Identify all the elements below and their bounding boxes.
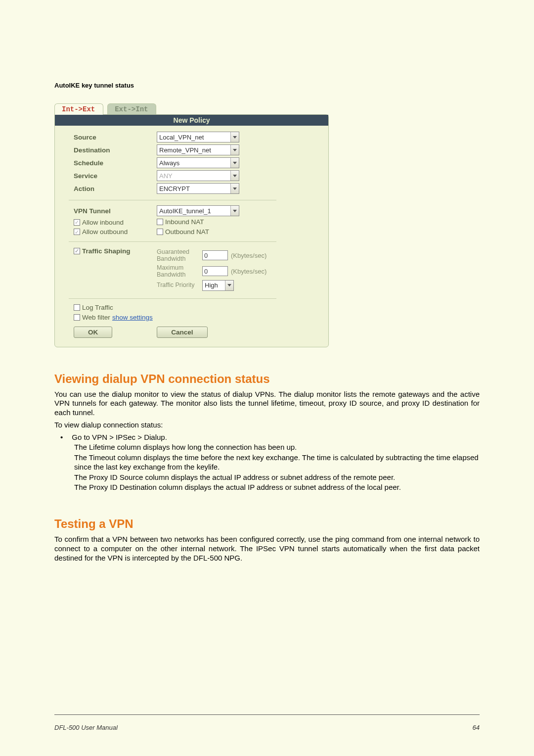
guaranteed-bw-input[interactable] bbox=[202, 250, 228, 260]
maximum-bw-label: Maximum Bandwidth bbox=[157, 264, 202, 279]
source-select-value: Local_VPN_net bbox=[159, 134, 204, 141]
destination-select-value: Remote_VPN_net bbox=[159, 146, 211, 154]
log-traffic-label: Log Traffic bbox=[82, 304, 113, 311]
dropdown-arrow-icon bbox=[230, 158, 239, 168]
destination-select[interactable]: Remote_VPN_net bbox=[157, 144, 239, 155]
paragraph: You can use the dialup monitor to view t… bbox=[54, 390, 480, 418]
traffic-priority-select[interactable]: High bbox=[202, 280, 234, 291]
guaranteed-bw-label: Guaranteed Bandwidth bbox=[157, 248, 202, 263]
maximum-bw-input[interactable] bbox=[202, 266, 228, 276]
outbound-nat-label: Outbound NAT bbox=[165, 228, 209, 236]
dropdown-arrow-icon bbox=[230, 145, 239, 155]
tab-int-ext[interactable]: Int->Ext bbox=[54, 103, 103, 115]
page-footer: DFL-500 User Manual 64 bbox=[54, 714, 480, 731]
destination-label: Destination bbox=[74, 146, 157, 154]
dropdown-arrow-icon bbox=[225, 281, 233, 290]
vpn-tunnel-select-value: AutoIKE_tunnel_1 bbox=[159, 207, 211, 215]
inbound-nat-label: Inbound NAT bbox=[165, 218, 204, 226]
source-label: Source bbox=[74, 134, 157, 141]
list-item: Go to VPN > IPSec > Dialup. bbox=[74, 433, 480, 442]
heading-viewing-dialup: Viewing dialup VPN connection status bbox=[54, 372, 480, 386]
schedule-select[interactable]: Always bbox=[157, 157, 239, 168]
traffic-shaping-label: Traffic Shaping bbox=[82, 247, 131, 255]
web-filter-label: Web filter bbox=[82, 314, 110, 321]
outbound-nat-checkbox[interactable]: Outbound NAT bbox=[157, 228, 209, 236]
ok-button[interactable]: OK bbox=[74, 327, 112, 338]
service-label: Service bbox=[74, 172, 157, 180]
figure-caption: AutoIKE key tunnel status bbox=[54, 82, 480, 89]
tab-ext-int[interactable]: Ext->Int bbox=[107, 103, 156, 115]
dropdown-arrow-icon bbox=[230, 132, 239, 142]
inbound-nat-checkbox[interactable]: Inbound NAT bbox=[157, 218, 204, 226]
dropdown-arrow-icon bbox=[230, 184, 239, 193]
sub-line: The Timeout column displays the time bef… bbox=[74, 453, 480, 472]
bw-unit: (Kbytes/sec) bbox=[231, 252, 267, 259]
bw-unit: (Kbytes/sec) bbox=[231, 268, 267, 275]
action-label: Action bbox=[74, 185, 157, 192]
sub-line: The Lifetime column displays how long th… bbox=[74, 443, 480, 452]
source-select[interactable]: Local_VPN_net bbox=[157, 132, 239, 142]
service-select[interactable]: ANY bbox=[157, 170, 239, 181]
service-select-value: ANY bbox=[159, 172, 173, 180]
action-select-value: ENCRYPT bbox=[159, 185, 190, 192]
action-select[interactable]: ENCRYPT bbox=[157, 183, 239, 194]
tab-row: Int->Ext Ext->Int bbox=[54, 103, 480, 114]
traffic-shaping-checkbox[interactable]: ✓Traffic Shaping bbox=[74, 247, 131, 255]
dropdown-arrow-icon bbox=[230, 171, 239, 181]
heading-testing-vpn: Testing a VPN bbox=[54, 517, 480, 531]
traffic-priority-value: High bbox=[205, 282, 218, 289]
show-settings-link[interactable]: show settings bbox=[112, 314, 153, 321]
new-policy-panel: New Policy Source Local_VPN_net Destinat… bbox=[54, 114, 329, 347]
vpn-tunnel-label: VPN Tunnel bbox=[74, 207, 157, 215]
vpn-tunnel-select[interactable]: AutoIKE_tunnel_1 bbox=[157, 205, 239, 216]
paragraph: To view dialup connection status: bbox=[54, 421, 480, 430]
traffic-priority-label: Traffic Priority bbox=[157, 282, 202, 288]
sub-line: The Proxy ID Source column displays the … bbox=[74, 473, 480, 482]
panel-title: New Policy bbox=[55, 115, 328, 126]
schedule-label: Schedule bbox=[74, 159, 157, 167]
log-traffic-checkbox[interactable]: Log Traffic bbox=[74, 304, 113, 311]
dropdown-arrow-icon bbox=[230, 206, 239, 216]
allow-outbound-checkbox[interactable]: ✓Allow outbound bbox=[74, 228, 128, 236]
schedule-select-value: Always bbox=[159, 159, 179, 167]
cancel-button[interactable]: Cancel bbox=[157, 327, 207, 338]
allow-inbound-label: Allow inbound bbox=[82, 219, 124, 226]
footer-title: DFL-500 User Manual bbox=[54, 724, 118, 731]
web-filter-checkbox[interactable]: Web filter bbox=[74, 314, 110, 321]
sub-line: The Proxy ID Destination column displays… bbox=[74, 483, 480, 492]
allow-inbound-checkbox[interactable]: ✓Allow inbound bbox=[74, 219, 124, 226]
allow-outbound-label: Allow outbound bbox=[82, 228, 128, 236]
paragraph: To confirm that a VPN between two networ… bbox=[54, 535, 480, 563]
page-number: 64 bbox=[473, 724, 480, 731]
